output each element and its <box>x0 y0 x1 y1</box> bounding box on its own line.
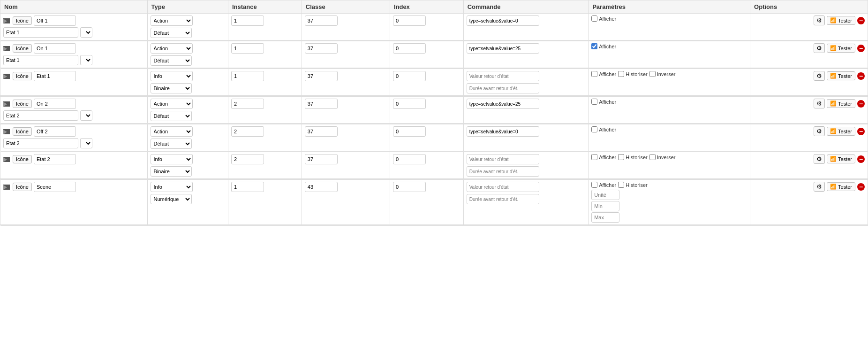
param-checkbox-0[interactable] <box>591 126 597 132</box>
subtype-select[interactable]: Défaut Défaut Binaire Numérique <box>151 111 192 121</box>
commande2-input[interactable] <box>467 83 539 93</box>
param-checkbox-1[interactable] <box>618 182 624 188</box>
max-input[interactable] <box>591 212 619 223</box>
subtype-select[interactable]: Numérique Défaut Binaire Numérique <box>151 194 192 204</box>
unite-input[interactable] <box>591 190 619 200</box>
gear-button[interactable]: ⚙ <box>814 71 825 81</box>
index-input[interactable] <box>393 99 426 109</box>
remove-button[interactable]: − <box>857 128 865 135</box>
commande2-input[interactable] <box>467 194 539 204</box>
param-checkbox-label-0[interactable]: Afficher <box>591 154 616 160</box>
nom-input[interactable] <box>34 71 76 81</box>
type-select[interactable]: Action Action Info <box>151 43 193 54</box>
type-select[interactable]: Info Action Info <box>151 182 193 192</box>
tester-button[interactable]: 📶 Tester <box>827 127 855 136</box>
nom-input[interactable] <box>34 126 76 137</box>
param-checkbox-label-0[interactable]: Afficher <box>591 126 616 132</box>
param-checkbox-0[interactable] <box>591 154 597 160</box>
param-checkbox-2[interactable] <box>649 71 656 77</box>
icone-button[interactable]: Icône <box>13 183 32 191</box>
gear-button[interactable]: ⚙ <box>814 182 825 192</box>
remove-button[interactable]: − <box>857 17 865 24</box>
gear-button[interactable]: ⚙ <box>814 43 825 53</box>
commande-input[interactable] <box>467 43 539 54</box>
type-select[interactable]: Info Action Info <box>151 154 193 164</box>
subtype-select[interactable]: Défaut Défaut Binaire Numérique <box>151 28 192 38</box>
param-checkbox-label-0[interactable]: Afficher <box>591 71 616 77</box>
param-checkbox-0[interactable] <box>591 71 597 77</box>
param-checkbox-0[interactable] <box>591 99 597 105</box>
param-checkbox-label-2[interactable]: Inverser <box>649 71 676 77</box>
sub-nom-input[interactable] <box>3 138 78 148</box>
instance-input[interactable] <box>231 99 264 109</box>
index-input[interactable] <box>393 15 426 26</box>
tester-button[interactable]: 📶 Tester <box>827 71 855 80</box>
icone-button[interactable]: Icône <box>13 100 32 108</box>
tester-button[interactable]: 📶 Tester <box>827 154 855 163</box>
sub-nom-select[interactable] <box>80 27 92 38</box>
param-checkbox-label-0[interactable]: Afficher <box>591 15 616 22</box>
index-input[interactable] <box>393 182 426 192</box>
classe-input[interactable] <box>305 71 338 81</box>
sub-nom-select[interactable] <box>80 55 92 65</box>
instance-input[interactable] <box>231 154 264 164</box>
index-input[interactable] <box>393 126 426 137</box>
index-input[interactable] <box>393 154 426 164</box>
param-checkbox-label-0[interactable]: Afficher <box>591 182 616 188</box>
commande-input[interactable] <box>467 99 539 109</box>
classe-input[interactable] <box>305 43 338 54</box>
sub-nom-select[interactable] <box>80 110 92 121</box>
remove-button[interactable]: − <box>857 45 865 52</box>
instance-input[interactable] <box>231 43 264 54</box>
instance-input[interactable] <box>231 182 264 192</box>
param-checkbox-label-1[interactable]: Historiser <box>618 71 647 77</box>
param-checkbox-0[interactable] <box>591 15 597 22</box>
nom-input[interactable] <box>34 154 76 164</box>
tester-button[interactable]: 📶 Tester <box>827 44 855 53</box>
subtype-select[interactable]: Binaire Défaut Binaire Numérique <box>151 83 192 93</box>
icone-button[interactable]: Icône <box>13 127 32 136</box>
remove-button[interactable]: − <box>857 72 865 80</box>
param-checkbox-2[interactable] <box>649 154 656 160</box>
classe-input[interactable] <box>305 182 338 192</box>
commande-input[interactable] <box>467 71 539 81</box>
classe-input[interactable] <box>305 15 338 26</box>
nom-input[interactable] <box>34 182 76 192</box>
gear-button[interactable]: ⚙ <box>814 99 825 108</box>
param-checkbox-label-0[interactable]: Afficher <box>591 43 616 49</box>
type-select[interactable]: Action Action Info <box>151 99 193 109</box>
subtype-select[interactable]: Défaut Défaut Binaire Numérique <box>151 55 192 66</box>
param-checkbox-0[interactable] <box>591 182 597 188</box>
sub-nom-input[interactable] <box>3 55 78 65</box>
subtype-select[interactable]: Défaut Défaut Binaire Numérique <box>151 139 192 149</box>
sub-nom-input[interactable] <box>3 110 78 121</box>
gear-button[interactable]: ⚙ <box>814 154 825 164</box>
remove-button[interactable]: − <box>857 100 865 108</box>
param-checkbox-1[interactable] <box>618 154 624 160</box>
nom-input[interactable] <box>34 43 76 54</box>
icone-button[interactable]: Icône <box>13 16 32 25</box>
tester-button[interactable]: 📶 Tester <box>827 16 855 25</box>
icone-button[interactable]: Icône <box>13 44 32 53</box>
sub-nom-input[interactable] <box>3 27 78 38</box>
instance-input[interactable] <box>231 126 264 137</box>
commande-input[interactable] <box>467 154 539 164</box>
commande-input[interactable] <box>467 126 539 137</box>
type-select[interactable]: Action Action Info <box>151 126 193 137</box>
remove-button[interactable]: − <box>857 155 865 163</box>
classe-input[interactable] <box>305 154 338 164</box>
icone-button[interactable]: Icône <box>13 72 32 80</box>
param-checkbox-label-2[interactable]: Inverser <box>649 154 676 160</box>
param-checkbox-label-1[interactable]: Historiser <box>618 154 647 160</box>
commande-input[interactable] <box>467 182 539 192</box>
tester-button[interactable]: 📶 Tester <box>827 182 855 191</box>
gear-button[interactable]: ⚙ <box>814 126 825 136</box>
min-input[interactable] <box>591 201 619 211</box>
sub-nom-select[interactable] <box>80 138 92 148</box>
classe-input[interactable] <box>305 99 338 109</box>
instance-input[interactable] <box>231 71 264 81</box>
instance-input[interactable] <box>231 15 264 26</box>
param-checkbox-label-1[interactable]: Historiser <box>618 182 647 188</box>
commande2-input[interactable] <box>467 166 539 177</box>
remove-button[interactable]: − <box>857 183 865 191</box>
